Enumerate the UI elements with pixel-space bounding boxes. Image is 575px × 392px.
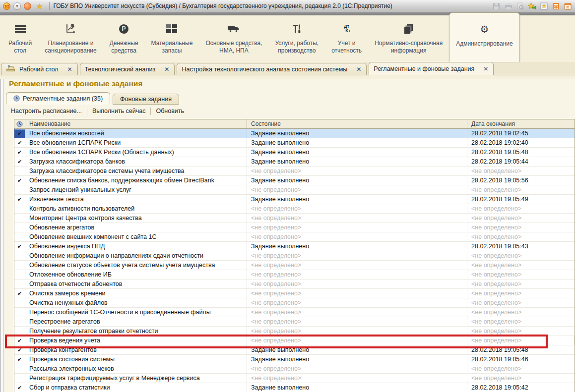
tools-icon (293, 22, 301, 35)
table-row[interactable]: ✔ Сбор и отправка статистики Задание вып… (14, 383, 575, 392)
ribbon-section-4[interactable]: Материальные запасы (145, 15, 199, 62)
table-row[interactable]: ✔ Проверка состояния системы Задание вып… (14, 355, 575, 364)
form-tab-4[interactable]: Регламентные и фоновые задания ✕ (369, 62, 494, 75)
job-name: Очистка замеров времени (25, 289, 247, 298)
job-end-date: 28.02.2018 19:05:48 (467, 148, 575, 157)
close-tab-icon[interactable]: ✕ (164, 66, 169, 73)
ribbon-section-9[interactable]: ⚙ Администрирование (449, 12, 519, 62)
column-header-end-date[interactable]: Дата окончания (467, 119, 575, 128)
calculator-icon[interactable] (552, 2, 560, 10)
jobs-subtabs: Регламентные задания (35)Фоновые задания (6, 92, 575, 105)
calendar-icon[interactable]: 31 (564, 2, 572, 10)
check-column-header[interactable] (14, 119, 25, 128)
table-row[interactable]: ✔ Проверка ведения учета <не определено>… (14, 336, 575, 345)
table-row[interactable]: Очистка ненужных файлов <не определено> … (14, 298, 575, 308)
add-favorite-icon[interactable] (528, 2, 536, 10)
column-header-state[interactable]: Состояние (247, 119, 467, 128)
table-row[interactable]: Запрос лицензий уникальных услуг <не опр… (14, 185, 575, 195)
table-row[interactable]: ✔ Проверка контрагентов Задание выполнен… (14, 345, 575, 355)
job-state: Задание выполнено (247, 345, 467, 354)
job-name: Загрузка классификатора банков (25, 157, 247, 166)
table-row[interactable]: Перенос сообщений 1С-Отчетности в присое… (14, 308, 575, 317)
job-state: <не определено> (247, 251, 467, 260)
job-name: Все обновления новостей (25, 129, 247, 138)
job-enabled-checkmark: ✔ (14, 176, 25, 185)
job-name: Отложенное обновление ИБ (25, 270, 247, 279)
close-tab-icon[interactable]: ✕ (67, 66, 72, 73)
toolbar-button-1[interactable]: Настроить расписание... (6, 106, 87, 116)
1c-logo-icon[interactable]: 1С (3, 2, 10, 10)
ribbon-section-5[interactable]: Основные средства, НМА, НПА (199, 15, 268, 62)
favorites-star-icon[interactable]: ★ (36, 2, 43, 10)
job-enabled-checkmark: ✔ (14, 289, 25, 298)
job-enabled-checkmark: ✔ (14, 148, 25, 157)
table-row[interactable]: Обновление статусов объектов учета систе… (14, 261, 575, 270)
scheduled-jobs-table: Наименование Состояние Дата окончания ✔ … (14, 119, 575, 392)
print-preview-icon[interactable] (516, 2, 524, 10)
job-enabled-checkmark: ✔ (14, 242, 25, 251)
ribbon-section-6[interactable]: Услуги, работы, производство (268, 15, 325, 62)
table-row[interactable]: Контроль активности пользователей <не оп… (14, 204, 575, 214)
ribbon-section-3[interactable]: Р Денежные средства (103, 15, 145, 62)
dropdown-circle-icon[interactable]: ▼ (13, 2, 21, 10)
save-icon[interactable] (492, 2, 501, 10)
job-name: Мониторинг Центра контроля качества (25, 214, 247, 223)
table-row[interactable]: Отложенное обновление ИБ <не определено>… (14, 270, 575, 280)
table-row[interactable]: ✔ Очистка замеров времени <не определено… (14, 289, 575, 298)
toolbar-button-3[interactable]: Обновить (151, 106, 189, 116)
ribbon-section-7[interactable]: Дт Кт Учет и отчетность (325, 15, 368, 62)
job-name: Перенос сообщений 1С-Отчетности в присое… (25, 308, 247, 317)
table-row[interactable]: ✔ Извлечение текста Задание выполнено 28… (14, 195, 575, 204)
column-header-name[interactable]: Наименование (25, 119, 247, 128)
close-tab-icon[interactable]: ✕ (483, 65, 488, 72)
job-end-date: <не определено> (467, 289, 575, 298)
table-row[interactable]: Регистрация тарифицируемых услуг в Менед… (14, 374, 575, 383)
job-enabled-checkmark (14, 185, 25, 194)
orange-circle-icon[interactable] (24, 2, 31, 10)
table-row[interactable]: ✔ Все обновления 1СПАРК Риски (Область д… (14, 148, 575, 157)
table-body: ✔ Все обновления новостей Задание выполн… (14, 129, 575, 392)
ribbon-section-8[interactable]: Нормативно-справочная информация (368, 15, 449, 62)
job-end-date: 28.02.2018 19:02:45 (467, 129, 575, 138)
job-enabled-checkmark: ✔ (14, 129, 25, 138)
form-tab-2[interactable]: Технологический анализ ✕ (80, 63, 175, 75)
job-name: Запрос лицензий уникальных услуг (25, 185, 247, 194)
table-row[interactable]: Отправка отчетности абонентов <не опреде… (14, 280, 575, 289)
job-end-date: <не определено> (467, 270, 575, 279)
table-row[interactable]: Рассылка электронных чеков <не определен… (14, 364, 575, 374)
table-row[interactable]: ✔ Все обновления новостей Задание выполн… (14, 129, 575, 138)
favorites-box-icon[interactable] (540, 2, 548, 10)
job-end-date: 28.02.2018 19:05:43 (467, 242, 575, 251)
ribbon-section-1[interactable]: Рабочий стол (2, 15, 38, 62)
job-enabled-checkmark (14, 204, 25, 213)
table-row[interactable]: ✔ Обновление списка банков, поддерживающ… (14, 176, 575, 185)
table-row[interactable]: Обновление агрегатов <не определено> <не… (14, 223, 575, 232)
table-row[interactable]: ✔ Загрузка классификатора банков Задание… (14, 157, 575, 167)
job-state: Задание выполнено (247, 148, 467, 157)
table-row[interactable]: Обновление внешних компонент с сайта 1С … (14, 232, 575, 242)
table-row[interactable]: Перестроение агрегатов <не определено> <… (14, 317, 575, 327)
table-row[interactable]: Обновление информации о направлениях сда… (14, 251, 575, 261)
close-tab-icon[interactable]: ✕ (356, 66, 361, 73)
job-name: Обновление информации о направлениях сда… (25, 251, 247, 260)
planning-chart-icon: Р (65, 22, 76, 35)
table-row[interactable]: Мониторинг Центра контроля качества <не … (14, 214, 575, 223)
table-row[interactable]: ✔ Обновление индекса ППД Задание выполне… (14, 242, 575, 251)
table-row[interactable]: Загрузка классификаторов системы учета и… (14, 167, 575, 176)
table-row[interactable]: Получение результатов отправки отчетност… (14, 327, 575, 336)
sections-panel: Рабочий стол Р Планирование и санкционир… (0, 15, 575, 62)
subtab-1[interactable]: Регламентные задания (35) (6, 92, 110, 105)
job-enabled-checkmark (14, 280, 25, 288)
form-tab-1[interactable]: Рабочий стол ✕ (1, 63, 78, 75)
job-name: Обновление агрегатов (25, 223, 247, 232)
form-tab-3[interactable]: Настройка технологического анализа состо… (177, 63, 367, 75)
ribbon-section-2[interactable]: Р Планирование и санкционирование (38, 15, 103, 62)
job-enabled-checkmark (14, 317, 25, 326)
job-enabled-checkmark: ✔ (14, 383, 25, 392)
subtab-2[interactable]: Фоновые задания (113, 94, 179, 105)
table-row[interactable]: ✔ Все обновления 1СПАРК Риски Задание вы… (14, 138, 575, 148)
toolbar-button-2[interactable]: Выполнить сейчас (87, 106, 151, 116)
job-state: <не определено> (247, 280, 467, 288)
job-name: Отправка отчетности абонентов (25, 280, 247, 288)
print-icon[interactable] (504, 2, 512, 10)
